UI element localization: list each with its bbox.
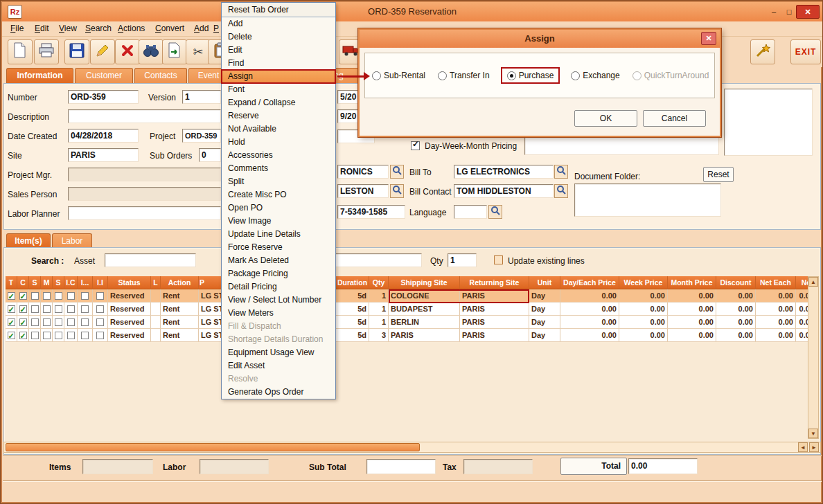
row-checkbox[interactable] <box>67 305 75 313</box>
row-checkbox[interactable] <box>19 292 27 300</box>
cut-button[interactable]: ✂ <box>186 39 211 64</box>
contact-search-button[interactable] <box>390 184 404 198</box>
row-checkbox[interactable] <box>8 318 15 326</box>
menu-item-mark-as-deleted[interactable]: Mark As Deleted <box>222 254 335 267</box>
radio-sub-rental[interactable]: Sub-Rental <box>372 71 425 80</box>
menu-add[interactable]: Add <box>194 24 209 33</box>
col-header-action[interactable]: Action <box>161 276 199 289</box>
col-header-net[interactable]: Ne <box>796 276 808 289</box>
radio-icon[interactable] <box>571 71 580 80</box>
cancel-button[interactable]: Cancel <box>643 110 706 127</box>
project-field[interactable]: ORD-359 <box>182 129 221 143</box>
row-checkbox[interactable] <box>19 305 27 313</box>
row-checkbox[interactable] <box>43 305 51 313</box>
col-header-returning-site[interactable]: Returning Site <box>460 276 529 289</box>
col-header[interactable]: L <box>151 276 161 289</box>
menu-item-find[interactable]: Find <box>222 57 335 70</box>
col-header-week-price[interactable]: Week Price <box>619 276 668 289</box>
row-checkbox[interactable] <box>55 318 62 326</box>
radio-icon-selected[interactable] <box>507 71 516 80</box>
menu-file[interactable]: File <box>10 24 24 33</box>
bill-to-field[interactable]: LG ELECTRONICS <box>454 165 554 179</box>
wand-button[interactable] <box>750 39 775 64</box>
menu-item-generate-ops-order[interactable]: Generate Ops Order <box>222 386 335 399</box>
col-header[interactable]: S <box>29 276 41 289</box>
col-header-unit[interactable]: Unit <box>529 276 560 289</box>
col-header[interactable]: S <box>53 276 64 289</box>
menu-item-reserve[interactable]: Reserve <box>222 109 335 123</box>
bill-contact-search-button[interactable] <box>554 184 568 198</box>
row-checkbox[interactable] <box>19 318 27 326</box>
update-existing-lines-checkbox[interactable] <box>494 255 503 264</box>
row-checkbox[interactable] <box>67 292 75 300</box>
day-week-month-pricing-checkbox[interactable] <box>411 141 420 150</box>
menu-item-view-meters[interactable]: View Meters <box>222 307 335 320</box>
table-row[interactable]: Reserved Rent LG ST 5d 3 PARIS PARIS Day… <box>6 329 808 342</box>
address-box[interactable] <box>724 89 813 156</box>
delete-button[interactable] <box>115 39 140 64</box>
menu-item-assign[interactable]: Assign <box>222 70 335 83</box>
menu-item-package-pricing[interactable]: Package Pricing <box>222 267 335 280</box>
col-header-duration[interactable]: Duration <box>336 276 369 289</box>
row-checkbox[interactable] <box>19 332 27 339</box>
menu-item-edit[interactable]: Edit <box>222 44 335 57</box>
row-checkbox[interactable] <box>43 318 51 326</box>
document-folder-box[interactable] <box>574 183 721 217</box>
sales-person-field[interactable] <box>68 187 221 201</box>
row-checkbox[interactable] <box>31 305 39 313</box>
edit-button[interactable] <box>90 39 115 64</box>
radio-icon[interactable] <box>438 71 447 80</box>
dialog-close-icon[interactable]: ✕ <box>701 32 716 45</box>
menu-convert[interactable]: Convert <box>155 24 184 33</box>
sub-orders-field[interactable]: 0 <box>199 148 221 162</box>
table-row[interactable]: Reserved Rent LG ST 5d 1 COLOGNE PARIS D… <box>6 289 808 303</box>
minimize-button[interactable]: – <box>767 7 781 18</box>
version-field[interactable]: 1 <box>182 90 221 104</box>
menu-search[interactable]: Search <box>85 24 112 33</box>
tab-information[interactable]: Information <box>6 68 73 83</box>
menu-item-update-line-details[interactable]: Update Line Details <box>222 228 335 241</box>
row-checkbox[interactable] <box>81 318 89 326</box>
maximize-button[interactable]: □ <box>782 7 796 18</box>
menu-item-add[interactable]: Add <box>222 17 335 30</box>
row-checkbox[interactable] <box>8 292 15 300</box>
ok-button[interactable]: OK <box>574 110 637 127</box>
row-checkbox[interactable] <box>96 318 104 326</box>
reset-button[interactable]: Reset <box>703 167 734 182</box>
col-header[interactable]: I... <box>78 276 93 289</box>
row-checkbox[interactable] <box>96 292 104 300</box>
col-header-qty[interactable]: Qty <box>369 276 389 289</box>
col-header-discount[interactable]: Discount <box>716 276 756 289</box>
menu-item-equipment-usage-view[interactable]: Equipment Usage View <box>222 346 335 359</box>
tab-contacts[interactable]: Contacts <box>134 68 187 83</box>
row-checkbox[interactable] <box>31 292 39 300</box>
menu-item-delete[interactable]: Delete <box>222 30 335 44</box>
qty-input[interactable]: 1 <box>448 253 477 267</box>
asset-search-input[interactable] <box>105 253 196 267</box>
menu-item-comments[interactable]: Comments <box>222 162 335 175</box>
menu-item-not-available[interactable]: Not Available <box>222 123 335 136</box>
menu-edit[interactable]: Edit <box>35 24 49 33</box>
scroll-down-icon[interactable]: ▼ <box>808 429 818 438</box>
number-field[interactable]: ORD-359 <box>68 90 139 104</box>
row-checkbox[interactable] <box>55 305 62 313</box>
menu-item-hold[interactable]: Hold <box>222 136 335 149</box>
radio-transfer-in[interactable]: Transfer In <box>438 71 490 80</box>
row-checkbox[interactable] <box>96 332 104 339</box>
date-created-field[interactable]: 04/28/2018 <box>68 129 139 143</box>
table-horizontal-scrollbar[interactable]: ◄ ► <box>3 442 821 453</box>
menu-item-detail-pricing[interactable]: Detail Pricing <box>222 280 335 294</box>
scrollbar-thumb[interactable] <box>6 443 420 451</box>
radio-purchase[interactable]: Purchase <box>502 69 559 82</box>
save-button[interactable] <box>64 39 89 64</box>
menu-item-force-reserve[interactable]: Force Reserve <box>222 241 335 254</box>
menu-item-open-po[interactable]: Open PO <box>222 201 335 215</box>
bill-contact-field[interactable]: TOM HIDDLESTON <box>454 184 554 198</box>
menu-actions[interactable]: Actions <box>118 24 145 33</box>
bill-to-search-button[interactable] <box>554 165 568 179</box>
table-row[interactable]: Reserved Rent LG ST 5d 1 BUDAPEST PARIS … <box>6 303 808 316</box>
exit-button[interactable]: EXIT <box>790 39 821 64</box>
menu-item-font[interactable]: Font <box>222 83 335 96</box>
table-row[interactable]: Reserved Rent LG ST 5d 1 BERLIN PARIS Da… <box>6 316 808 329</box>
menu-view[interactable]: View <box>59 24 77 33</box>
